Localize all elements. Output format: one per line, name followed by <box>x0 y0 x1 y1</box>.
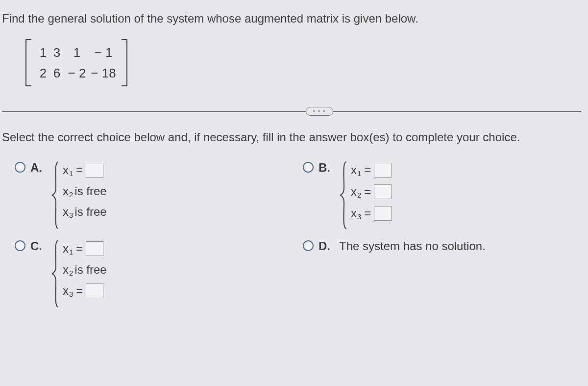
brace-icon <box>51 161 60 230</box>
matrix-bracket-left <box>25 39 31 86</box>
expand-toggle[interactable]: • • • <box>306 107 333 116</box>
matrix-bracket-right <box>122 39 127 86</box>
c-line-3: x3= <box>63 283 107 298</box>
divider-line <box>2 111 581 112</box>
brace-icon <box>51 239 60 308</box>
choice-a: A. x1= x2 is free x3 is fre <box>15 161 283 230</box>
input-c-x1[interactable] <box>86 241 103 256</box>
c-line-2: x2 is free <box>63 263 107 277</box>
instruction-text: Select the correct choice below and, if … <box>2 130 581 144</box>
choice-d: D. The system has no solution. <box>303 239 571 308</box>
radio-a[interactable] <box>15 162 25 173</box>
choice-b: B. x1= x2= x3= <box>303 161 571 230</box>
brace-icon <box>339 161 348 230</box>
matrix-row-1: 1 3 1 − 1 <box>36 42 117 63</box>
c-line-1: x1= <box>63 241 107 256</box>
choice-c: C. x1= x2 is free x3= <box>15 239 283 308</box>
a-line-1: x1= <box>63 163 107 178</box>
a-line-3: x3 is free <box>63 205 107 219</box>
input-b-x2[interactable] <box>374 184 392 199</box>
label-a: A. <box>30 161 44 175</box>
question-prompt: Find the general solution of the system … <box>2 12 581 26</box>
question-container: Find the general solution of the system … <box>0 0 588 386</box>
input-b-x1[interactable] <box>374 163 392 178</box>
input-a-x1[interactable] <box>86 163 103 178</box>
answer-choices: A. x1= x2 is free x3 is fre <box>2 161 581 308</box>
matrix-row-2: 2 6 − 2 − 18 <box>36 63 117 83</box>
label-d: D. <box>318 239 332 253</box>
radio-b[interactable] <box>303 162 314 173</box>
radio-c[interactable] <box>15 240 25 251</box>
b-line-3: x3= <box>351 206 392 221</box>
divider-row: • • • <box>2 107 581 117</box>
input-b-x3[interactable] <box>374 206 392 221</box>
b-line-1: x1= <box>351 163 392 178</box>
d-text: The system has no solution. <box>339 239 486 253</box>
label-b: B. <box>318 161 332 175</box>
a-line-2: x2 is free <box>63 184 107 198</box>
b-line-2: x2= <box>351 184 392 199</box>
radio-d[interactable] <box>303 240 314 251</box>
augmented-matrix: 1 3 1 − 1 2 6 − 2 − 18 <box>25 39 127 86</box>
label-c: C. <box>30 239 44 253</box>
input-c-x3[interactable] <box>86 283 103 298</box>
